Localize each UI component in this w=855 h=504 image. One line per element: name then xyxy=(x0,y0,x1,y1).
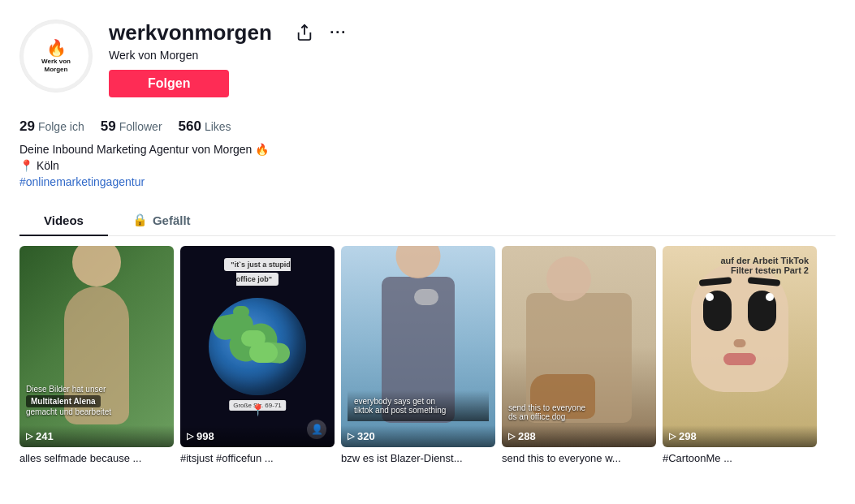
video-item[interactable]: "it`s just a stupidoffice job" Große Str… xyxy=(180,246,335,464)
video-thumbnail: auf der Arbeit TikTokFilter testen Part … xyxy=(663,246,817,447)
view-count: 298 xyxy=(679,430,697,442)
following-label: Folge ich xyxy=(38,120,84,133)
tabs-row: Videos 🔒 Gefällt xyxy=(19,205,836,236)
video-item[interactable]: auf der Arbeit TikTokFilter testen Part … xyxy=(663,246,817,464)
likes-count: 560 xyxy=(179,118,201,135)
video-thumbnail: everybody says get ontiktok and post som… xyxy=(341,246,495,447)
stats-row: 29 Folge ich 59 Follower 560 Likes xyxy=(19,118,836,135)
follow-button[interactable]: Folgen xyxy=(109,70,229,97)
followers-stat[interactable]: 59 Follower xyxy=(101,118,162,135)
play-icon: ▷ xyxy=(669,431,676,442)
tab-liked[interactable]: 🔒 Gefällt xyxy=(108,205,215,235)
tab-liked-label: Gefällt xyxy=(153,213,191,227)
share-icon[interactable] xyxy=(291,19,317,45)
video-thumbnail: Diese Bilder hat unser Multitalent Alena… xyxy=(19,246,174,447)
view-count: 998 xyxy=(196,430,214,442)
likes-label: Likes xyxy=(205,120,231,133)
lock-icon: 🔒 xyxy=(132,213,148,227)
following-count: 29 xyxy=(19,118,35,135)
bio-section: Deine Inbound Marketing Agentur von Morg… xyxy=(19,143,836,188)
video-caption: #CartoonMe ... xyxy=(663,452,817,464)
bio-location: 📍 Köln xyxy=(19,159,836,172)
view-count: 288 xyxy=(518,430,536,442)
followers-label: Follower xyxy=(119,120,162,133)
avatar: 🔥 Werk vonMorgen xyxy=(19,19,93,93)
video-thumbnail: send this to everyoneds an office dog ▷ … xyxy=(502,246,656,447)
videos-grid: Diese Bilder hat unser Multitalent Alena… xyxy=(0,236,855,474)
more-options-icon[interactable]: ··· xyxy=(326,19,352,45)
bio-line1: Deine Inbound Marketing Agentur von Morg… xyxy=(19,143,836,156)
play-icon: ▷ xyxy=(508,431,515,442)
play-icon: ▷ xyxy=(26,431,32,442)
video-caption: alles selfmade because ... xyxy=(19,452,174,464)
video-caption: send this to everyone w... xyxy=(502,452,656,464)
video-thumbnail: "it`s just a stupidoffice job" Große Str… xyxy=(180,246,335,447)
video-item[interactable]: send this to everyoneds an office dog ▷ … xyxy=(502,246,656,464)
following-stat[interactable]: 29 Folge ich xyxy=(19,118,84,135)
tab-videos-label: Videos xyxy=(44,213,84,227)
followers-count: 59 xyxy=(101,118,116,135)
video-caption: #itsjust #officefun ... xyxy=(180,452,335,464)
profile-info: werkvonmorgen ··· Werk von Morgen Fo xyxy=(109,19,836,97)
view-count: 241 xyxy=(36,430,54,442)
video-item[interactable]: Diese Bilder hat unser Multitalent Alena… xyxy=(19,246,174,464)
likes-stat[interactable]: 560 Likes xyxy=(179,118,231,135)
bio-hashtag[interactable]: #onlinemarketingagentur xyxy=(19,175,836,188)
play-icon: ▷ xyxy=(187,431,193,442)
view-count: 320 xyxy=(357,430,375,442)
play-icon: ▷ xyxy=(348,431,354,442)
display-name: Werk von Morgen xyxy=(109,49,836,62)
video-caption: bzw es ist Blazer-Dienst... xyxy=(341,452,495,464)
username: werkvonmorgen xyxy=(109,20,272,45)
video-item[interactable]: everybody says get ontiktok and post som… xyxy=(341,246,495,464)
tab-videos[interactable]: Videos xyxy=(19,205,108,235)
